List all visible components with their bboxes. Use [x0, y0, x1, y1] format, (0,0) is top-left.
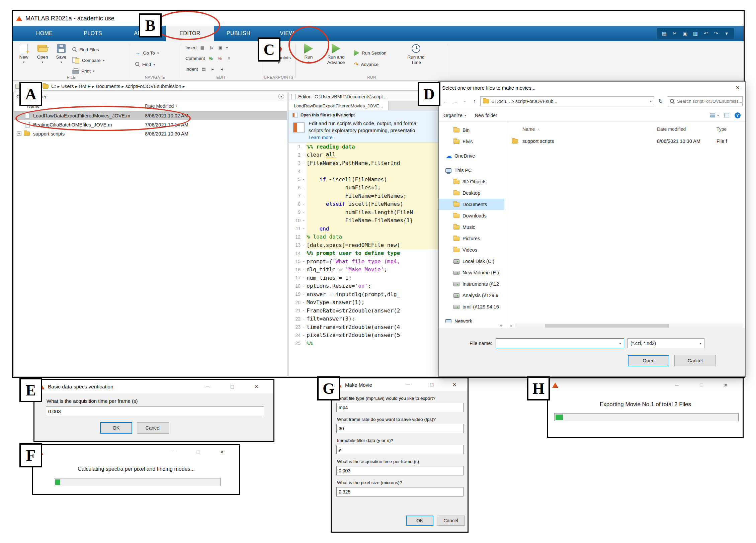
file-row[interactable]: BeatingCiliaBatchOMEfiles_JOVE.m 7/06/20… [14, 120, 287, 129]
close-button[interactable] [251, 380, 262, 393]
column-type[interactable]: Type [717, 126, 727, 132]
chevron-down-icon[interactable] [616, 342, 624, 345]
tree-item[interactable]: Bin [439, 124, 504, 136]
up-button[interactable] [471, 98, 479, 104]
file-type-filter[interactable]: (*.czi, *.nd2) [627, 338, 704, 348]
scrollbar-thumb[interactable] [545, 324, 669, 328]
insert-function-icon[interactable]: fx [208, 44, 215, 51]
tree-item[interactable]: Elvis [439, 136, 504, 147]
tree-item[interactable]: Downloads [439, 210, 504, 221]
preview-pane-icon[interactable] [724, 113, 729, 117]
tree-item[interactable]: Local Disk (C:) [439, 256, 504, 267]
tab-home[interactable]: HOME [20, 26, 69, 41]
immobile-filter-input[interactable] [336, 445, 464, 454]
redo-icon[interactable]: ↷ [713, 30, 719, 36]
acquisition-time-input[interactable] [46, 406, 264, 416]
tab-publish[interactable]: PUBLISH [214, 26, 263, 41]
undo-icon[interactable]: ↶ [703, 30, 708, 36]
advance-button[interactable]: Advance [354, 60, 379, 69]
pixel-size-input[interactable] [336, 487, 464, 496]
paste-icon[interactable]: ▥ [693, 30, 698, 36]
indent-button[interactable]: Indent ▤ ▸ ◂ [185, 65, 225, 73]
save-button[interactable]: Save [53, 43, 70, 64]
list-item[interactable]: support scripts 8/06/2021 10:30 AM File … [507, 137, 745, 147]
tree-item[interactable]: Documents [439, 199, 504, 210]
frame-rate-input[interactable] [336, 424, 464, 433]
tree-item[interactable]: Pictures [439, 233, 504, 244]
minimize-button[interactable] [168, 445, 179, 459]
close-button[interactable] [449, 378, 460, 391]
editor-file-tab[interactable]: LoadRawDataExportFilteredMovies_JOVE... [288, 101, 389, 110]
file-name-input[interactable] [496, 339, 616, 348]
toolbar-options-icon[interactable]: ▾ [724, 30, 729, 36]
organize-button[interactable]: Organize [443, 113, 466, 118]
minimize-button[interactable] [403, 378, 414, 391]
folder-row[interactable]: support scripts 8/06/2021 10:30 AM [14, 129, 287, 138]
comment-button[interactable]: Comment % % # [185, 54, 232, 63]
minimize-button[interactable] [202, 380, 213, 393]
maximize-button[interactable] [426, 378, 437, 391]
cancel-button[interactable]: Cancel [137, 422, 169, 434]
tree-item[interactable]: Analysis (\\129.9 [439, 290, 504, 301]
tab-plots[interactable]: PLOTS [69, 26, 117, 41]
find-files-button[interactable]: Find Files [72, 45, 99, 54]
close-button[interactable] [720, 378, 731, 392]
insert-image-icon[interactable]: ▣ [217, 44, 224, 51]
smart-indent-icon[interactable]: ▤ [200, 66, 207, 72]
address-box[interactable]: « Docu... > scriptForJOVEsub... [480, 96, 654, 106]
tree-scroll-down-icon[interactable] [500, 324, 502, 328]
run-button[interactable]: Run [298, 43, 319, 64]
panel-menu-icon[interactable] [278, 94, 284, 99]
learn-more-link[interactable]: Learn more [309, 135, 333, 140]
wrap-comments-icon[interactable]: # [226, 55, 232, 62]
open-button[interactable]: Open [628, 355, 669, 366]
tree-item[interactable]: Music [439, 221, 504, 233]
maximize-button[interactable] [227, 380, 238, 393]
horizontal-scrollbar[interactable] [515, 324, 743, 328]
tree-item[interactable]: bmif (\\129.94.16 [439, 301, 504, 312]
new-button[interactable]: New [15, 43, 32, 64]
tree-item[interactable]: New Volume (E:) [439, 267, 504, 278]
save-icon[interactable]: ▤ [662, 30, 667, 36]
back-button[interactable] [441, 98, 449, 104]
tree-item[interactable]: Videos [439, 244, 504, 256]
goto-button[interactable]: Go To [135, 49, 159, 57]
recent-locations-icon[interactable] [461, 99, 469, 103]
cancel-button[interactable]: Cancel [437, 516, 465, 526]
ok-button[interactable]: OK [406, 516, 433, 526]
tree-item[interactable]: This PC [439, 165, 504, 176]
print-button[interactable]: Print [72, 67, 95, 75]
change-view-button[interactable] [710, 113, 719, 117]
chevron-down-icon[interactable] [650, 99, 652, 103]
run-and-time-button[interactable]: Run and Time [404, 43, 428, 65]
forward-button[interactable] [451, 98, 459, 104]
tree-item[interactable]: Desktop [439, 187, 504, 199]
expand-icon[interactable] [17, 131, 21, 136]
column-date-modified[interactable]: Date modified [657, 126, 686, 132]
new-folder-button[interactable]: New folder [475, 113, 497, 118]
column-date-modified[interactable]: Date Modified [145, 103, 177, 109]
run-section-button[interactable]: Run Section [354, 49, 387, 57]
cancel-button[interactable]: Cancel [674, 355, 716, 366]
hscroll-left-icon[interactable] [510, 324, 512, 328]
minimize-button[interactable] [671, 378, 682, 392]
comment-icon[interactable]: % [207, 55, 214, 62]
tree-item[interactable]: Instruments (\\12 [439, 278, 504, 290]
help-icon[interactable]: ? [735, 112, 741, 118]
tab-editor[interactable]: EDITOR [166, 26, 214, 41]
indent-left-icon[interactable]: ◂ [219, 66, 225, 72]
file-type-input[interactable] [336, 403, 464, 412]
open-button[interactable]: Open [34, 43, 51, 64]
copy-icon[interactable]: ▣ [682, 30, 688, 36]
file-row-selected[interactable]: LoadRawDataExportFilteredMovies_JOVE.m 8… [14, 111, 287, 120]
insert-section-icon[interactable]: ▦ [199, 44, 206, 51]
column-name[interactable]: Name [522, 126, 539, 132]
indent-right-icon[interactable]: ▸ [209, 66, 216, 72]
uncomment-icon[interactable]: % [217, 55, 223, 62]
insert-button[interactable]: Insert ▦ fx ▣ [185, 43, 228, 52]
tree-item[interactable]: OneDrive [439, 150, 504, 162]
search-box[interactable]: Search scriptForJOVEsubmiss... [667, 96, 743, 106]
find-button[interactable]: Find [135, 60, 155, 69]
tree-item[interactable]: 3D Objects [439, 176, 504, 187]
acquisition-time-input[interactable] [336, 466, 464, 475]
